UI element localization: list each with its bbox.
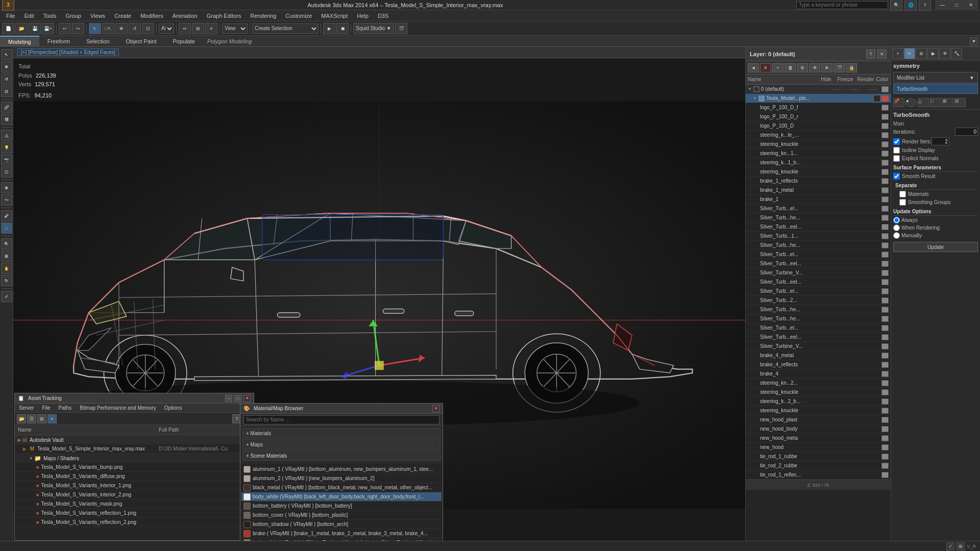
polygon-btn[interactable]: □	[1, 222, 12, 234]
layer-item[interactable]: Silver_Turb...eel...	[746, 333, 891, 342]
layer-item[interactable]: brake_4_metal	[746, 351, 891, 360]
layer-color-swatch[interactable]	[881, 86, 889, 92]
layer-item[interactable]: Silver_Turb...el...	[746, 250, 891, 259]
layer-item[interactable]: tie_rod_1_reflec...	[746, 470, 891, 480]
web-btn[interactable]: 🌐	[904, 0, 917, 11]
menu-help[interactable]: Help	[353, 11, 373, 21]
pan-btn[interactable]: ✋	[1, 263, 12, 274]
create-tab-btn[interactable]: +	[892, 48, 903, 59]
expand-arrow[interactable]: ▼	[748, 87, 752, 91]
layers-help-btn[interactable]: ?	[866, 49, 875, 59]
display-tab-btn[interactable]: 👁	[939, 48, 950, 59]
mat-item-aluminum1[interactable]: aluminum_1 ( VRayMtl ) [bottom_aluminum,…	[241, 465, 442, 474]
layer-color[interactable]	[881, 206, 889, 212]
layer-color[interactable]	[881, 408, 889, 414]
maximize-btn[interactable]: □	[949, 0, 964, 10]
viewport-select[interactable]: View	[222, 23, 248, 34]
layer-item[interactable]: tie_rod_1_rubbe	[746, 452, 891, 461]
layer-color[interactable]	[881, 169, 889, 175]
layer-item[interactable]: new_hood_meta	[746, 434, 891, 443]
search-btn[interactable]: 🔍	[890, 0, 902, 11]
layer-color[interactable]	[881, 141, 889, 147]
spacewarps-btn[interactable]: 〜	[1, 194, 12, 206]
layer-color[interactable]	[881, 444, 889, 450]
layer-color[interactable]	[881, 380, 889, 386]
mod-nav-square-btn[interactable]: □	[930, 98, 941, 107]
asset-list[interactable]: ▶ 🏛 Autodesk Vault ▶ M Tesla_Model_S_Sim…	[15, 435, 254, 540]
asset-item-reflection2[interactable]: ■ Tesla_Model_S_Variants_reflection_2.pn…	[15, 518, 254, 527]
layer-item[interactable]: new_hood	[746, 443, 891, 452]
asset-menu-bitmap[interactable]: Bitmap Performance and Memory	[76, 404, 160, 413]
layer-item[interactable]: tie_rod_2_rubbe	[746, 461, 891, 470]
layer-item[interactable]: new_hood_body	[746, 424, 891, 434]
layer-item[interactable]: steering_knuckle	[746, 406, 891, 415]
asset-close-btn[interactable]: ✕	[243, 395, 251, 402]
layer-item[interactable]: logo_P_100_D_f	[746, 103, 891, 112]
layer-item[interactable]: Silver_Turb...eel...	[746, 259, 891, 268]
mirror-btn[interactable]: ⇔	[179, 23, 191, 34]
mod-nav-tri-btn[interactable]: △	[918, 98, 929, 107]
layer-color[interactable]	[881, 353, 889, 359]
asset-item-maxfile[interactable]: ▶ M Tesla_Model_S_Simple_Interior_max_vr…	[15, 444, 254, 454]
layer-item[interactable]: brake_1_metal	[746, 186, 891, 195]
menu-customize[interactable]: Customize	[281, 11, 316, 21]
layer-item[interactable]: Silver_Turb...he...	[746, 314, 891, 323]
layer-color[interactable]	[881, 233, 889, 239]
asset-tb-btn1[interactable]: 📂	[17, 414, 26, 423]
menu-edit[interactable]: Edit	[20, 11, 38, 21]
menu-file[interactable]: File	[2, 11, 19, 21]
layer-color[interactable]	[881, 196, 889, 203]
arc-rotate-btn[interactable]: ↻	[1, 275, 12, 286]
update-button[interactable]: Update	[893, 242, 978, 252]
play-btn[interactable]: ▶	[323, 23, 335, 34]
menu-d3s[interactable]: D3S	[374, 11, 393, 21]
maps-header[interactable]: + Maps	[242, 439, 440, 449]
maximize-vp-btn[interactable]: ⤢	[1, 291, 12, 302]
save-btn[interactable]: 💾	[29, 23, 41, 34]
materials-header[interactable]: + Materials	[242, 428, 440, 438]
layer-color[interactable]	[881, 417, 889, 423]
mod-nav-collapse-btn[interactable]: ⊟	[954, 98, 966, 107]
layers-freeze-btn[interactable]: ❄	[821, 63, 832, 72]
layer-color[interactable]	[881, 132, 889, 138]
layer-color[interactable]	[881, 435, 889, 441]
mat-item-bottom-cover[interactable]: bottom_cover ( VRayMtl ) [bottom_plastic…	[241, 511, 442, 520]
layer-color[interactable]	[881, 316, 889, 322]
layer-color[interactable]	[881, 151, 889, 157]
layer-item[interactable]: Silver_Turbine_V...	[746, 268, 891, 278]
layer-color[interactable]	[881, 463, 889, 469]
tab-populate[interactable]: Populate	[164, 36, 203, 47]
asset-subgroup-maps[interactable]: ▼ 📁 Maps / Shaders	[15, 454, 254, 463]
smooth-result-checkbox[interactable]	[893, 173, 900, 180]
lights-btn[interactable]: 💡	[1, 142, 12, 153]
layer-item[interactable]: steering_kn...2...	[746, 379, 891, 388]
render-iters-input[interactable]: 2	[932, 137, 949, 145]
menu-animation[interactable]: Animation	[168, 11, 202, 21]
explicit-checkbox[interactable]	[893, 155, 900, 162]
layer-item[interactable]: steering_kn...1...	[746, 149, 891, 158]
layer-item[interactable]: Silver_Turb...eel...	[746, 222, 891, 232]
layer-item[interactable]: brake_1	[746, 195, 891, 204]
asset-tb-btn3[interactable]: ⊞	[37, 414, 46, 423]
layer-item[interactable]: steering_knuckle	[746, 388, 891, 397]
layers-settings-btn[interactable]: ⚙	[797, 63, 808, 72]
move-tool-btn[interactable]: ✥	[1, 61, 12, 72]
select-btn[interactable]: ↖	[89, 23, 101, 34]
tab-object-paint[interactable]: Object Paint	[118, 36, 165, 47]
manually-radio[interactable]	[893, 232, 900, 239]
layer-item[interactable]: Silver_Turb...2...	[746, 296, 891, 305]
shapes-btn[interactable]: △	[1, 130, 12, 141]
layer-item-default[interactable]: ▼ 0 (default) —— —— ——	[746, 85, 891, 94]
asset-item-interior2[interactable]: ■ Tesla_Model_S_Variants_interior_2.png	[15, 490, 254, 499]
asset-tb-btn2[interactable]: ☰	[27, 414, 36, 423]
render-btn[interactable]: Squid Studio ▼	[353, 23, 394, 34]
layer-item[interactable]: Silver_Turb...el...	[746, 204, 891, 213]
render-iters-checkbox[interactable]	[893, 138, 900, 145]
always-radio[interactable]	[893, 217, 900, 223]
layer-item[interactable]: logo_P_100_D_r	[746, 112, 891, 121]
menu-rendering[interactable]: Rendering	[247, 11, 281, 21]
scale-btn[interactable]: ⊡	[142, 23, 154, 34]
layer-item[interactable]: Silver_Turb...el...	[746, 323, 891, 333]
align-btn[interactable]: ⊞	[192, 23, 204, 34]
mat-item-brake[interactable]: brake ( VRayMtl ) [brake_1_metal, brake_…	[241, 529, 442, 538]
